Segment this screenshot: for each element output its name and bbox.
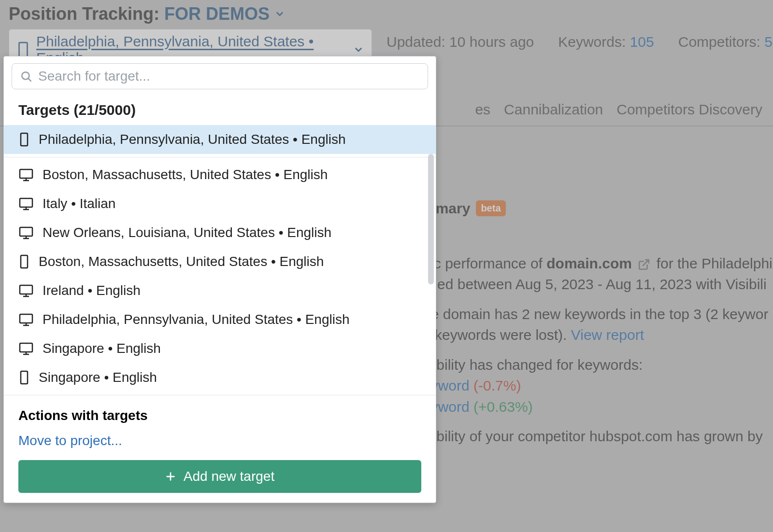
updated-label: Updated: — [386, 34, 445, 50]
summary-text: he domain has 2 new keywords in the top … — [423, 306, 768, 322]
add-target-label: Add new target — [184, 469, 274, 484]
svg-rect-15 — [20, 285, 32, 294]
summary-domain: domain.com — [546, 255, 632, 271]
mobile-icon — [17, 42, 29, 58]
target-item[interactable]: Philadelphia, Pennsylvania, United State… — [4, 305, 436, 334]
mobile-icon — [18, 370, 30, 385]
keyword-change-negative: (-0.7%) — [473, 378, 521, 393]
target-item-label: Singapore • English — [43, 341, 161, 356]
search-input[interactable] — [38, 69, 420, 84]
target-item[interactable]: Boston, Massachusetts, United States • E… — [4, 160, 436, 189]
target-item[interactable]: Singapore • English — [4, 363, 436, 392]
updated-value: 10 hours ago — [449, 34, 534, 50]
divider — [4, 157, 436, 157]
chevron-down-icon — [274, 9, 285, 19]
desktop-icon — [18, 313, 34, 326]
target-item[interactable]: Philadelphia, Pennsylvania, United State… — [4, 125, 436, 154]
tab-pages-partial[interactable]: es — [475, 101, 490, 118]
project-selector[interactable]: FOR DEMOS — [164, 4, 285, 24]
svg-rect-5 — [20, 169, 32, 178]
chevron-down-icon — [353, 44, 364, 55]
targets-count-header: Targets (21/5000) — [4, 95, 436, 125]
target-item[interactable]: Italy • Italian — [4, 189, 436, 218]
target-dropdown: Targets (21/5000) Philadelphia, Pennsylv… — [3, 56, 436, 503]
divider — [4, 395, 436, 395]
desktop-icon — [18, 168, 34, 182]
summary-text: isibility has changed for keywords: — [423, 357, 643, 373]
plus-icon — [165, 471, 176, 482]
project-name: FOR DEMOS — [164, 4, 270, 24]
target-item-label: Italy • Italian — [43, 196, 115, 211]
desktop-icon — [18, 197, 34, 210]
svg-rect-14 — [21, 255, 28, 268]
keywords-value: 105 — [630, 34, 654, 50]
svg-rect-0 — [19, 42, 28, 57]
move-to-project-link[interactable]: Move to project... — [4, 428, 436, 460]
keyword-change-positive: (+0.63%) — [473, 399, 533, 415]
target-item-label: Philadelphia, Pennsylvania, United State… — [39, 132, 346, 147]
summary-text: isibility of your competitor hubspot.com… — [423, 428, 763, 444]
svg-rect-4 — [21, 133, 28, 146]
desktop-icon — [18, 342, 34, 355]
target-item[interactable]: Ireland • English — [4, 276, 436, 305]
summary-text: lined between Aug 5, 2023 - Aug 11, 2023… — [423, 276, 767, 292]
competitors-value: 5 — [764, 34, 773, 50]
tab-cannibalization[interactable]: Cannibalization — [504, 101, 603, 118]
summary-text: 5 keywords were lost). — [423, 327, 571, 343]
external-link-icon[interactable] — [638, 258, 650, 271]
summary-section: mmary beta ffic performance of domain.co… — [423, 198, 773, 456]
target-item[interactable]: Singapore • English — [4, 334, 436, 363]
view-report-link[interactable]: View report — [571, 327, 644, 343]
desktop-icon — [18, 284, 34, 297]
target-item-label: Philadelphia, Pennsylvania, United State… — [43, 312, 350, 327]
svg-rect-24 — [21, 371, 28, 384]
target-item-label: Boston, Massachusetts, United States • E… — [43, 167, 328, 182]
target-item-label: New Orleans, Louisiana, United States • … — [43, 225, 331, 240]
mobile-icon — [18, 254, 30, 269]
svg-rect-21 — [20, 343, 32, 352]
search-icon — [20, 70, 32, 83]
meta-info: Updated: 10 hours ago Keywords: 105 Comp… — [386, 34, 773, 50]
target-item[interactable]: Boston, Massachusetts, United States • E… — [4, 247, 436, 276]
competitors-label: Competitors: — [678, 34, 760, 50]
summary-text: for the Philadelphi — [657, 255, 773, 271]
target-item-label: Singapore • English — [39, 370, 157, 385]
target-item-label: Ireland • English — [43, 283, 141, 298]
mobile-icon — [18, 132, 30, 147]
search-wrap — [12, 63, 428, 89]
keywords-label: Keywords: — [558, 34, 626, 50]
target-item[interactable]: New Orleans, Louisiana, United States • … — [4, 218, 436, 247]
actions-header: Actions with targets — [4, 398, 436, 428]
add-new-target-button[interactable]: Add new target — [18, 460, 421, 493]
svg-rect-18 — [20, 314, 32, 323]
page-title: Position Tracking: — [9, 4, 159, 24]
summary-text: ffic performance of — [423, 255, 546, 271]
desktop-icon — [18, 226, 34, 239]
svg-rect-11 — [20, 227, 32, 236]
target-list: Philadelphia, Pennsylvania, United State… — [4, 125, 436, 392]
beta-badge: beta — [476, 200, 505, 216]
tab-competitors-discovery[interactable]: Competitors Discovery — [616, 101, 762, 118]
svg-line-3 — [29, 79, 31, 81]
svg-line-1 — [643, 260, 649, 266]
target-item-label: Boston, Massachusetts, United States • E… — [39, 254, 324, 269]
scrollbar[interactable] — [428, 154, 434, 284]
svg-rect-8 — [20, 198, 32, 207]
